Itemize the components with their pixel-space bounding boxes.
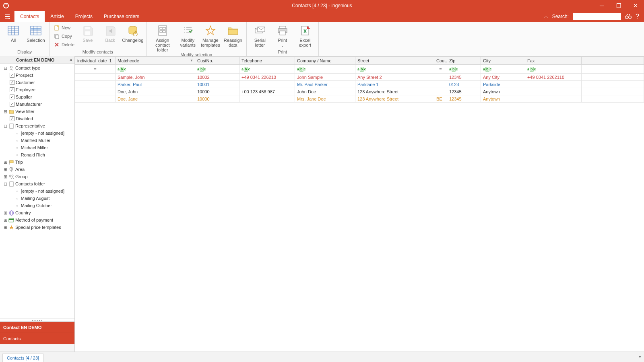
- tree-contacts-folder[interactable]: ⊟Contacts folder: [2, 180, 74, 187]
- cell-cou[interactable]: BE: [434, 95, 447, 103]
- tree-trip[interactable]: ⊞Trip: [2, 158, 74, 166]
- bottom-tab-contacts[interactable]: Contacts [4 / 23]: [2, 354, 43, 362]
- sidebar-splitter[interactable]: ••••••: [0, 319, 74, 322]
- col-header-custno[interactable]: CustNo.: [195, 57, 239, 65]
- cell-zip[interactable]: 12345: [447, 88, 481, 95]
- cell-zip[interactable]: 12345: [447, 95, 481, 103]
- menu-tab-article[interactable]: Article: [45, 11, 69, 22]
- filter-cell-telephone[interactable]: abc: [239, 65, 295, 74]
- cell-telephone[interactable]: +49 0341 226210: [239, 74, 295, 81]
- tree-contact-type-2[interactable]: Employee: [2, 86, 74, 93]
- table-row[interactable]: Doe, John10000+00 123 456 987John Doe123…: [75, 88, 644, 95]
- cell-fax[interactable]: +49 0341 2262110: [525, 74, 582, 81]
- cell-zip[interactable]: 0123: [447, 81, 481, 88]
- filter-cell-custno[interactable]: abc: [195, 65, 239, 74]
- cell-custno[interactable]: 10000: [195, 88, 239, 95]
- tree-method-of-payment[interactable]: ⊞Method of payment: [2, 216, 74, 224]
- table-row[interactable]: Parker, Paul10001Mr. Paul ParkerParklane…: [75, 81, 644, 88]
- cell-matchcode[interactable]: Doe, Jane: [116, 95, 195, 103]
- serial-letter-button[interactable]: Serial letter: [250, 23, 270, 47]
- col-header-company[interactable]: Company / Name: [295, 57, 355, 65]
- help-icon[interactable]: ?: [636, 13, 639, 20]
- cell-individual_date_1[interactable]: [75, 81, 116, 88]
- tree-contact-type[interactable]: ⊟Contact type: [2, 64, 74, 72]
- cell-cou[interactable]: [434, 74, 447, 81]
- minimize-button[interactable]: ─: [593, 0, 610, 11]
- cell-street[interactable]: Parklane 1: [355, 81, 434, 88]
- checkbox-icon[interactable]: [10, 73, 14, 78]
- changelog-button[interactable]: Changelog: [123, 23, 143, 43]
- cell-matchcode[interactable]: Parker, Paul: [116, 81, 195, 88]
- tree-contact-type-4[interactable]: Manufacturer: [2, 101, 74, 108]
- sidebar-demo-button[interactable]: Contact EN DEMO: [0, 322, 74, 333]
- save-button[interactable]: Save: [78, 23, 98, 43]
- cell-company[interactable]: John Sample: [295, 74, 355, 81]
- selection-button[interactable]: Selection: [26, 23, 46, 43]
- bottom-tab-menu-icon[interactable]: ▼: [636, 352, 644, 362]
- cell-telephone[interactable]: [239, 81, 295, 88]
- cell-city[interactable]: Parkside: [481, 81, 525, 88]
- table-row[interactable]: Sample, John10002+49 0341 226210John Sam…: [75, 74, 644, 81]
- tree-rep-2[interactable]: Michael Miller: [2, 144, 74, 151]
- menu-tab-purchase-orders[interactable]: Purchase orders: [98, 11, 145, 22]
- filter-cell-individual_date_1[interactable]: =: [75, 65, 116, 74]
- col-header-fax[interactable]: Fax: [525, 57, 582, 65]
- col-header-city[interactable]: City: [481, 57, 525, 65]
- tree-group[interactable]: ⊞Group: [2, 173, 74, 180]
- checkbox-icon[interactable]: [10, 102, 14, 107]
- new-button[interactable]: New: [53, 24, 75, 31]
- tree-folder-2[interactable]: Mailing October: [2, 202, 74, 209]
- tree-representative[interactable]: ⊟Representative: [2, 122, 74, 130]
- filter-cell-city[interactable]: abc: [481, 65, 525, 74]
- menu-icon[interactable]: [0, 11, 14, 22]
- tree-contact-type-3[interactable]: Supplier: [2, 93, 74, 101]
- col-header-street[interactable]: Street: [355, 57, 434, 65]
- col-header-cou[interactable]: Cou…: [434, 57, 447, 65]
- cell-telephone[interactable]: +00 123 456 987: [239, 88, 295, 95]
- back-button[interactable]: Back: [100, 23, 120, 43]
- checkbox-icon[interactable]: [10, 116, 14, 121]
- cell-individual_date_1[interactable]: [75, 88, 116, 95]
- table-row[interactable]: Doe, Jane10000Mrs. Jane Doe123 Anywhere …: [75, 95, 644, 103]
- cell-custno[interactable]: 10002: [195, 74, 239, 81]
- cell-zip[interactable]: 12345: [447, 74, 481, 81]
- cell-city[interactable]: Anytown: [481, 88, 525, 95]
- tree-contact-type-0[interactable]: Prospect: [2, 72, 74, 79]
- cell-individual_date_1[interactable]: [75, 95, 116, 103]
- cell-cou[interactable]: [434, 81, 447, 88]
- cell-fax[interactable]: [525, 95, 582, 103]
- tree-rep-1[interactable]: Manfred Müller: [2, 137, 74, 144]
- checkbox-icon[interactable]: [10, 87, 14, 92]
- tree-area[interactable]: ⊞Area: [2, 166, 74, 173]
- cell-telephone[interactable]: [239, 95, 295, 103]
- cell-fax[interactable]: [525, 88, 582, 95]
- binoculars-icon[interactable]: [625, 14, 632, 19]
- assign-folder-button[interactable]: Assign contact folder: [150, 23, 175, 52]
- print-button[interactable]: Print⌄: [272, 23, 293, 48]
- sidebar-contacts-button[interactable]: Contacts: [0, 333, 74, 344]
- cell-individual_date_1[interactable]: [75, 74, 116, 81]
- cell-city[interactable]: Anytown: [481, 95, 525, 103]
- checkbox-icon[interactable]: [10, 95, 14, 99]
- search-input[interactable]: [573, 13, 621, 20]
- filter-cell-matchcode[interactable]: abc: [116, 65, 195, 74]
- cell-street[interactable]: 123 Anywhere Street: [355, 88, 434, 95]
- menu-tab-projects[interactable]: Projects: [70, 11, 98, 22]
- tree-view-filter[interactable]: ⊟View filter: [2, 108, 74, 115]
- filter-cell-cou[interactable]: =: [434, 65, 447, 74]
- tree-rep-0[interactable]: [empty - not assigned]: [2, 130, 74, 137]
- cell-city[interactable]: Any City: [481, 74, 525, 81]
- filter-cell-street[interactable]: abc: [355, 65, 434, 74]
- maximize-button[interactable]: ❐: [610, 0, 627, 11]
- checkbox-icon[interactable]: [10, 80, 14, 85]
- ribbon-collapse-icon[interactable]: ︿: [544, 14, 548, 19]
- tree-country[interactable]: ⊞Country: [2, 209, 74, 216]
- modify-variants-button[interactable]: Modify variants: [178, 23, 198, 47]
- tree-folder-1[interactable]: Mailing August: [2, 195, 74, 202]
- filter-cell-zip[interactable]: abc: [447, 65, 481, 74]
- cell-company[interactable]: Mrs. Jane Doe: [295, 95, 355, 103]
- tree-folder-0[interactable]: [empty - not assigned]: [2, 187, 74, 195]
- col-header-zip[interactable]: Zip: [447, 57, 481, 65]
- all-button[interactable]: All: [3, 23, 23, 43]
- dropdown-icon[interactable]: ▼: [190, 59, 193, 62]
